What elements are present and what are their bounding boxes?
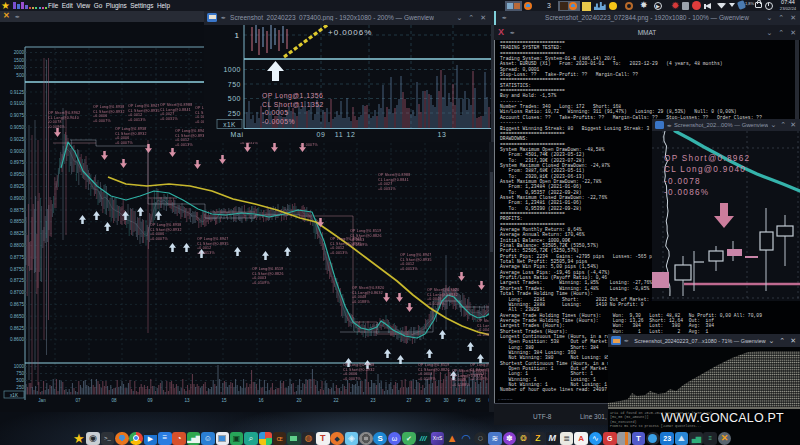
svg-text:Mai: Mai bbox=[230, 131, 243, 138]
svg-text:CL Short@0.8935: CL Short@0.8935 bbox=[128, 109, 160, 113]
svg-text:29: 29 bbox=[425, 398, 431, 403]
svg-text:OP Long@0.8938: OP Long@0.8938 bbox=[150, 223, 182, 227]
svg-text:0.8975: 0.8975 bbox=[10, 160, 24, 165]
svg-text:1500: 1500 bbox=[14, 58, 25, 63]
svg-text:0.8825: 0.8825 bbox=[10, 231, 24, 236]
svg-text:1000: 1000 bbox=[14, 65, 25, 70]
svg-text:+0.0027: +0.0027 bbox=[378, 182, 393, 186]
svg-text:0.9050: 0.9050 bbox=[10, 125, 24, 130]
svg-text:750: 750 bbox=[16, 371, 24, 376]
svg-text:+0.0013%: +0.0013% bbox=[175, 143, 193, 147]
svg-text:27: 27 bbox=[406, 398, 412, 403]
svg-text:+0.0003: +0.0003 bbox=[470, 372, 485, 376]
svg-text:500: 500 bbox=[16, 73, 24, 78]
svg-text:CL Long@0.9040: CL Long@0.9040 bbox=[48, 116, 79, 120]
svg-text:CL Short@0.8932: CL Short@0.8932 bbox=[93, 110, 125, 114]
svg-text:x1K: x1K bbox=[10, 393, 19, 398]
svg-text:+0.0012: +0.0012 bbox=[128, 113, 143, 117]
svg-text:22: 22 bbox=[333, 398, 339, 403]
svg-text:0.8725: 0.8725 bbox=[10, 278, 24, 283]
svg-text:13: 13 bbox=[184, 398, 190, 403]
svg-text:+0.0109%: +0.0109% bbox=[252, 281, 270, 285]
svg-text:0.9075: 0.9075 bbox=[10, 113, 24, 118]
svg-text:CL Long@0.8841: CL Long@0.8841 bbox=[378, 178, 409, 182]
svg-text:CL Long@0.9040: CL Long@0.9040 bbox=[664, 165, 746, 174]
svg-text:+0.0013%: +0.0013% bbox=[197, 251, 215, 255]
svg-text:13: 13 bbox=[438, 131, 447, 138]
svg-text:OP Long@0.8947: OP Long@0.8947 bbox=[400, 253, 432, 257]
svg-text:+0.0188%: +0.0188% bbox=[452, 383, 470, 387]
svg-text:CL Short@0.8826: CL Short@0.8826 bbox=[418, 368, 450, 372]
svg-text:+0.0012: +0.0012 bbox=[330, 246, 345, 250]
svg-text:0.8700: 0.8700 bbox=[10, 290, 24, 295]
svg-text:+0.0007%: +0.0007% bbox=[93, 119, 111, 123]
svg-text:+0.0006: +0.0006 bbox=[115, 136, 130, 140]
svg-text:-0.0005%: -0.0005% bbox=[262, 118, 295, 125]
svg-text:+0.0109%: +0.0109% bbox=[350, 243, 368, 247]
svg-text:Fev: Fev bbox=[458, 398, 466, 403]
svg-text:0.9000: 0.9000 bbox=[10, 149, 24, 154]
svg-text:09: 09 bbox=[317, 131, 326, 138]
svg-text:0.8950: 0.8950 bbox=[10, 172, 24, 177]
svg-text:Jan: Jan bbox=[38, 398, 46, 403]
svg-text:+0.0006: +0.0006 bbox=[343, 372, 358, 376]
svg-text:250: 250 bbox=[16, 385, 24, 390]
svg-text:+0.0109%: +0.0109% bbox=[470, 377, 488, 381]
svg-text:x1K: x1K bbox=[223, 121, 236, 128]
svg-text:CL Short@1.1352: CL Short@1.1352 bbox=[262, 101, 324, 108]
svg-text:OP Short@0.8988: OP Short@0.8988 bbox=[378, 173, 410, 177]
svg-text:+0.0006: +0.0006 bbox=[150, 232, 165, 236]
svg-text:OP Short@0.8988: OP Short@0.8988 bbox=[160, 103, 192, 107]
svg-text:OP Long@1.1356: OP Long@1.1356 bbox=[262, 92, 323, 100]
svg-text:16: 16 bbox=[258, 398, 264, 403]
svg-text:11: 11 bbox=[335, 131, 343, 138]
svg-text:+0.0007%: +0.0007% bbox=[300, 143, 318, 147]
svg-text:OP Long@0.8519: OP Long@0.8519 bbox=[252, 267, 284, 271]
svg-text:0.8625: 0.8625 bbox=[10, 326, 24, 331]
svg-text:0.8875: 0.8875 bbox=[10, 208, 24, 213]
svg-text:OP Short@0.8820: OP Short@0.8820 bbox=[352, 286, 384, 290]
svg-text:0.8600: 0.8600 bbox=[10, 337, 24, 342]
svg-text:CL Short@0.8932: CL Short@0.8932 bbox=[115, 132, 147, 136]
svg-text:+0.0109%: +0.0109% bbox=[418, 377, 436, 381]
svg-text:+0.0007%: +0.0007% bbox=[150, 237, 168, 241]
svg-text:07: 07 bbox=[75, 398, 81, 403]
svg-text:12: 12 bbox=[347, 131, 356, 138]
svg-text:+0.0188%: +0.0188% bbox=[352, 300, 370, 304]
svg-text:+0.0003: +0.0003 bbox=[350, 238, 365, 242]
svg-text:+0.0013%: +0.0013% bbox=[330, 251, 348, 255]
svg-text:+0.0007%: +0.0007% bbox=[343, 377, 361, 381]
svg-text:CL Short@0.8826: CL Short@0.8826 bbox=[350, 234, 382, 238]
svg-text:OP Long@0.8947: OP Long@0.8947 bbox=[197, 237, 229, 241]
svg-text:+0.0012: +0.0012 bbox=[197, 246, 212, 250]
svg-text:05: 05 bbox=[475, 398, 481, 403]
svg-text:OP Long@0.8938: OP Long@0.8938 bbox=[343, 363, 375, 367]
svg-text:CL Short@0.8826: CL Short@0.8826 bbox=[252, 272, 284, 276]
svg-text:CL Long@0.8841: CL Long@0.8841 bbox=[160, 108, 191, 112]
svg-text:0.9125: 0.9125 bbox=[10, 90, 24, 95]
svg-text:08: 08 bbox=[111, 398, 117, 403]
svg-text:0.8750: 0.8750 bbox=[10, 267, 24, 272]
svg-text:OP Long@0.8519: OP Long@0.8519 bbox=[418, 363, 450, 367]
svg-text:+0.0007%: +0.0007% bbox=[115, 141, 133, 145]
svg-text:+0.0006: +0.0006 bbox=[93, 114, 108, 118]
svg-text:250: 250 bbox=[228, 110, 241, 117]
svg-text:2000: 2000 bbox=[14, 50, 25, 55]
svg-text:0.9100: 0.9100 bbox=[10, 101, 24, 106]
svg-text:09: 09 bbox=[147, 398, 153, 403]
svg-text:+0.0013%: +0.0013% bbox=[128, 118, 146, 122]
svg-text:CL Short@0.8935: CL Short@0.8935 bbox=[197, 242, 229, 246]
svg-text:0.8775: 0.8775 bbox=[10, 255, 24, 260]
svg-text:+0.0188%: +0.0188% bbox=[427, 302, 445, 306]
svg-text:0.8675: 0.8675 bbox=[10, 302, 24, 307]
svg-text:CL Short@0.8935: CL Short@0.8935 bbox=[400, 258, 432, 262]
svg-text:OP Long@0.8519: OP Long@0.8519 bbox=[350, 229, 382, 233]
svg-text:0.9025: 0.9025 bbox=[10, 137, 24, 142]
svg-text:+0.0048: +0.0048 bbox=[352, 295, 367, 299]
svg-text:500: 500 bbox=[228, 95, 241, 102]
svg-text:+0.0003: +0.0003 bbox=[418, 372, 433, 376]
svg-text:+0.0006%: +0.0006% bbox=[328, 28, 372, 37]
svg-text:0.8800: 0.8800 bbox=[10, 243, 24, 248]
svg-text:+0.0048: +0.0048 bbox=[452, 378, 467, 382]
svg-text:500: 500 bbox=[16, 378, 24, 383]
